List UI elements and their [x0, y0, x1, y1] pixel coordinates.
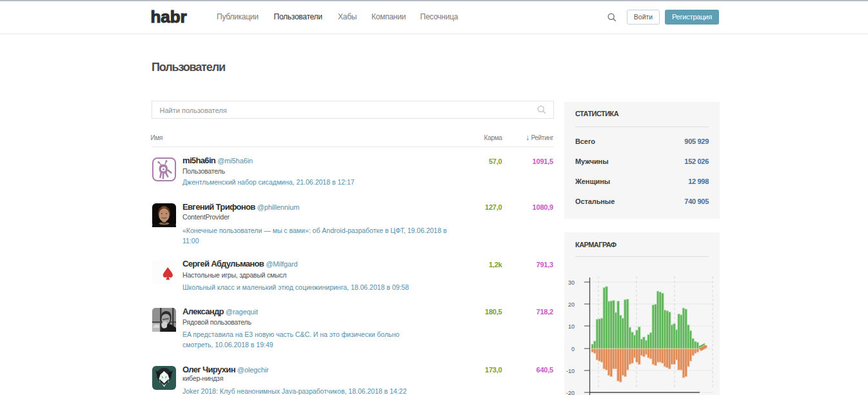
svg-text:0: 0 — [571, 346, 575, 352]
svg-text:-10: -10 — [566, 368, 575, 374]
svg-text:-20: -20 — [566, 390, 575, 395]
svg-text:20: 20 — [568, 301, 575, 308]
svg-text:10: 10 — [568, 323, 575, 330]
svg-text:30: 30 — [568, 279, 575, 286]
